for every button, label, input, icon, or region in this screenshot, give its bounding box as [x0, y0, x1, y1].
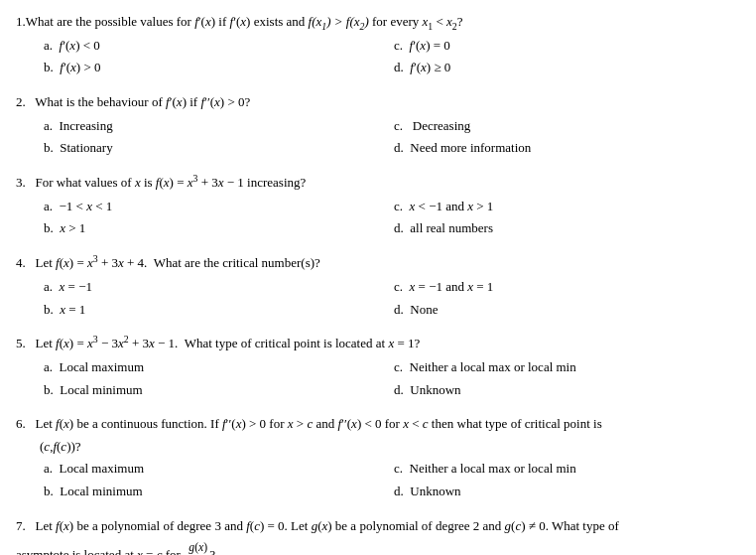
- question-2-options: a. Increasing c. Decreasing b. Stationar…: [40, 116, 740, 160]
- option-3d: d. all real numbers: [390, 218, 740, 239]
- option-3a: a. −1 < x < 1: [40, 197, 390, 217]
- question-6: 6. Let f(x) be a continuous function. If…: [16, 414, 740, 501]
- question-6-text: 6. Let f(x) be a continuous function. If…: [16, 414, 740, 435]
- question-2: 2. What is the behaviour of f′(x) if f′′…: [16, 92, 740, 159]
- option-5d: d. Unknown: [390, 380, 740, 401]
- option-6b: b. Local minimum: [40, 482, 390, 502]
- question-4-text: 4. Let f(x) = x3 + 3x + 4. What are the …: [16, 253, 740, 273]
- option-4d: d. None: [390, 300, 740, 321]
- option-4b: b. x = 1: [40, 300, 390, 321]
- question-5: 5. Let f(x) = x3 − 3x2 + 3x − 1. What ty…: [16, 334, 740, 400]
- question-2-text: 2. What is the behaviour of f′(x) if f′′…: [16, 92, 740, 112]
- question-4: 4. Let f(x) = x3 + 3x + 4. What are the …: [16, 253, 740, 320]
- question-5-text: 5. Let f(x) = x3 − 3x2 + 3x − 1. What ty…: [16, 334, 740, 353]
- option-3b: b. x > 1: [40, 218, 390, 239]
- question-1-options: a. f′(x) < 0 c. f′(x) = 0 b. f′(x) > 0 d…: [40, 36, 740, 79]
- question-1-text: 1.What are the possible values for f′(x)…: [16, 12, 740, 32]
- question-4-options: a. x = −1 c. x = −1 and x = 1 b. x = 1 d…: [40, 277, 740, 321]
- option-2d: d. Need more information: [390, 138, 740, 159]
- question-7: 7. Let f(x) be a polynomial of degree 3 …: [16, 516, 740, 555]
- option-1a: a. f′(x) < 0: [40, 36, 390, 57]
- option-4a: a. x = −1: [40, 277, 390, 298]
- option-6d: d. Unknown: [390, 482, 740, 502]
- option-5c: c. Neither a local max or local min: [390, 357, 740, 378]
- question-3-options: a. −1 < x < 1 c. x < −1 and x > 1 b. x >…: [40, 197, 740, 240]
- question-7-asym-line: asymptote is located at x = c for g(x) f…: [16, 541, 740, 555]
- question-3-text: 3. For what values of x is f(x) = x3 + 3…: [16, 173, 740, 193]
- option-4c: c. x = −1 and x = 1: [390, 277, 740, 298]
- question-6-subtext: (c,f(c))?: [40, 439, 740, 455]
- question-6-options: a. Local maximum c. Neither a local max …: [40, 459, 740, 502]
- option-2b: b. Stationary: [40, 138, 390, 159]
- quiz-container: 1.What are the possible values for f′(x)…: [16, 12, 740, 555]
- option-6a: a. Local maximum: [40, 459, 390, 480]
- option-2a: a. Increasing: [40, 116, 390, 137]
- option-6c: c. Neither a local max or local min: [390, 459, 740, 480]
- question-3: 3. For what values of x is f(x) = x3 + 3…: [16, 173, 740, 239]
- question-1: 1.What are the possible values for f′(x)…: [16, 12, 740, 78]
- option-5b: b. Local minimum: [40, 380, 390, 401]
- option-1d: d. f′(x) ≥ 0: [390, 58, 740, 78]
- option-1c: c. f′(x) = 0: [390, 36, 740, 57]
- question-7-text: 7. Let f(x) be a polynomial of degree 3 …: [16, 516, 740, 537]
- option-1b: b. f′(x) > 0: [40, 58, 390, 78]
- question-5-options: a. Local maximum c. Neither a local max …: [40, 357, 740, 401]
- option-5a: a. Local maximum: [40, 357, 390, 378]
- fraction-gx-fx: g(x) f(x): [187, 541, 209, 555]
- option-3c: c. x < −1 and x > 1: [390, 197, 740, 217]
- option-2c: c. Decreasing: [390, 116, 740, 137]
